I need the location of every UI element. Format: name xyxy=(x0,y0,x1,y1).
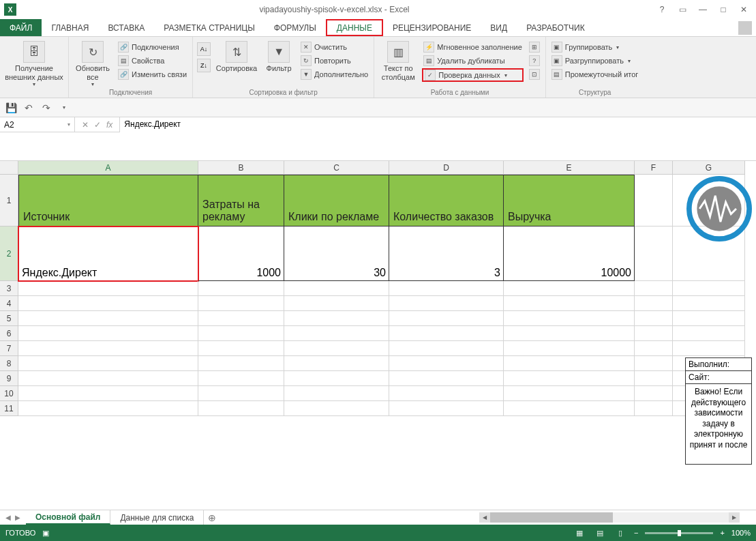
cell-e7[interactable] xyxy=(504,341,635,356)
tab-page-layout[interactable]: РАЗМЕТКА СТРАНИЦЫ xyxy=(154,19,264,36)
cell-a8[interactable] xyxy=(18,356,198,371)
col-header-c[interactable]: C xyxy=(284,161,389,175)
cell-g3[interactable] xyxy=(673,281,745,296)
tab-developer[interactable]: РАЗРАБОТЧИК xyxy=(517,19,594,36)
cell-c7[interactable] xyxy=(284,341,389,356)
cell-d9[interactable] xyxy=(389,371,504,386)
row-header-8[interactable]: 8 xyxy=(0,356,18,371)
account-area[interactable] xyxy=(738,19,752,36)
cell-f4[interactable] xyxy=(635,296,673,311)
info-author[interactable]: Выполнил: xyxy=(685,357,752,371)
cell-f11[interactable] xyxy=(635,401,673,416)
row-header-9[interactable]: 9 xyxy=(0,371,18,386)
row-header-2[interactable]: 2 xyxy=(0,226,18,281)
zoom-in-button[interactable]: + xyxy=(720,529,724,537)
cell-e2[interactable]: 10000 xyxy=(504,226,635,281)
refresh-all-button[interactable]: ↻ Обновить все ▾ xyxy=(73,38,112,87)
cell-b4[interactable] xyxy=(198,296,284,311)
cell-f8[interactable] xyxy=(635,356,673,371)
tab-view[interactable]: ВИД xyxy=(481,19,517,36)
view-page-break-icon[interactable]: ▯ xyxy=(614,527,627,538)
cell-b11[interactable] xyxy=(198,401,284,416)
sheet-next-icon[interactable]: ▶ xyxy=(15,514,20,521)
cell-f9[interactable] xyxy=(635,371,673,386)
cell-a4[interactable] xyxy=(18,296,198,311)
cell-g4[interactable] xyxy=(673,296,745,311)
cell-f3[interactable] xyxy=(635,281,673,296)
cell-e8[interactable] xyxy=(504,356,635,371)
cell-b2[interactable]: 1000 xyxy=(198,226,284,281)
connections-button[interactable]: 🔗Подключения xyxy=(117,41,188,53)
cell-d10[interactable] xyxy=(389,386,504,401)
cell-a2[interactable]: Яндекс.Директ xyxy=(18,226,198,281)
cell-e1[interactable]: Выручка xyxy=(504,175,635,226)
cell-c5[interactable] xyxy=(284,311,389,326)
data-validation-button[interactable]: ✓Проверка данных▾ xyxy=(422,68,524,82)
cell-b5[interactable] xyxy=(198,311,284,326)
cell-c3[interactable] xyxy=(284,281,389,296)
cell-f1[interactable] xyxy=(635,175,673,226)
row-header-3[interactable]: 3 xyxy=(0,281,18,296)
add-sheet-button[interactable]: ⊕ xyxy=(204,510,220,525)
enter-formula-icon[interactable]: ✓ xyxy=(94,120,101,130)
cell-a6[interactable] xyxy=(18,326,198,341)
undo-button[interactable]: ↶ xyxy=(22,101,35,115)
help-icon[interactable]: ? xyxy=(652,3,671,16)
row-header-4[interactable]: 4 xyxy=(0,296,18,311)
cell-a5[interactable] xyxy=(18,311,198,326)
edit-links-button[interactable]: 🔗Изменить связи xyxy=(117,68,188,81)
cell-g5[interactable] xyxy=(673,311,745,326)
group-button[interactable]: ▣Группировать▾ xyxy=(550,41,640,53)
cell-a10[interactable] xyxy=(18,386,198,401)
col-header-g[interactable]: G xyxy=(673,161,745,175)
cancel-formula-icon[interactable]: ✕ xyxy=(82,120,89,130)
cell-b1[interactable]: Затраты на рекламу xyxy=(198,175,284,226)
cell-c2[interactable]: 30 xyxy=(284,226,389,281)
col-header-f[interactable]: F xyxy=(635,161,673,175)
tab-home[interactable]: ГЛАВНАЯ xyxy=(42,19,98,36)
cell-a1[interactable]: Источник xyxy=(18,175,198,226)
cell-d1[interactable]: Количество заказов xyxy=(389,175,504,226)
cell-b6[interactable] xyxy=(198,326,284,341)
reapply-button[interactable]: ↻Повторить xyxy=(299,55,369,67)
qat-customize-button[interactable]: ▾ xyxy=(57,101,71,115)
cell-c8[interactable] xyxy=(284,356,389,371)
col-header-e[interactable]: E xyxy=(504,161,635,175)
relationships-button[interactable]: ⊡ xyxy=(528,68,541,81)
tab-formulas[interactable]: ФОРМУЛЫ xyxy=(264,19,326,36)
zoom-out-button[interactable]: − xyxy=(634,529,638,537)
cell-f2[interactable] xyxy=(635,226,673,281)
scroll-right-icon[interactable]: ▶ xyxy=(729,512,740,523)
subtotal-button[interactable]: ▤Промежуточный итог xyxy=(550,68,640,81)
select-all-corner[interactable] xyxy=(0,161,18,175)
row-header-7[interactable]: 7 xyxy=(0,341,18,356)
cell-b10[interactable] xyxy=(198,386,284,401)
cell-e9[interactable] xyxy=(504,371,635,386)
cell-c1[interactable]: Клики по рекламе xyxy=(284,175,389,226)
cell-e3[interactable] xyxy=(504,281,635,296)
what-if-button[interactable]: ? xyxy=(528,55,541,67)
cell-b8[interactable] xyxy=(198,356,284,371)
cell-d8[interactable] xyxy=(389,356,504,371)
zoom-slider-thumb[interactable] xyxy=(678,530,681,536)
ribbon-options-icon[interactable]: ▭ xyxy=(673,3,692,16)
col-header-a[interactable]: A xyxy=(18,161,198,175)
cell-d6[interactable] xyxy=(389,326,504,341)
tab-file[interactable]: ФАЙЛ xyxy=(0,19,42,36)
save-button[interactable]: 💾 xyxy=(4,101,18,115)
cell-e10[interactable] xyxy=(504,386,635,401)
formula-bar[interactable]: Яндекс.Директ xyxy=(120,117,756,161)
view-page-layout-icon[interactable]: ▤ xyxy=(593,527,607,538)
cell-f10[interactable] xyxy=(635,386,673,401)
sheet-tab-list-data[interactable]: Данные для списка xyxy=(110,510,204,525)
cell-e6[interactable] xyxy=(504,326,635,341)
cell-d4[interactable] xyxy=(389,296,504,311)
cell-c4[interactable] xyxy=(284,296,389,311)
cell-a11[interactable] xyxy=(18,401,198,416)
cell-f5[interactable] xyxy=(635,311,673,326)
cell-b3[interactable] xyxy=(198,281,284,296)
zoom-level[interactable]: 100% xyxy=(731,529,751,537)
remove-duplicates-button[interactable]: ▤Удалить дубликаты xyxy=(422,55,524,67)
cell-e5[interactable] xyxy=(504,311,635,326)
col-header-b[interactable]: B xyxy=(198,161,284,175)
